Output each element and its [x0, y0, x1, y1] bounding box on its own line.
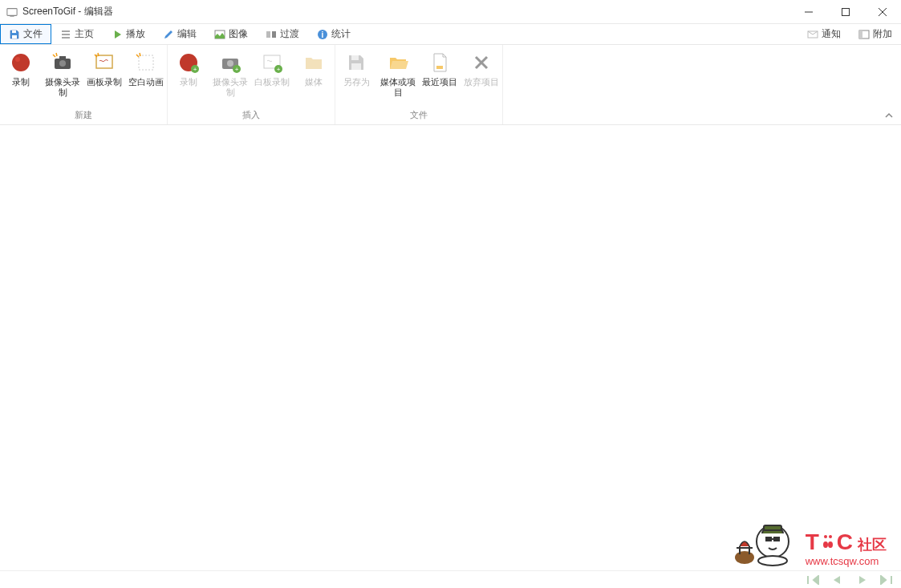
- tab-home[interactable]: 主页: [51, 24, 103, 44]
- button-label: 媒体或项目: [379, 77, 417, 98]
- tab-image[interactable]: 图像: [205, 24, 257, 44]
- blank-animation-button[interactable]: 空白动画: [125, 45, 167, 107]
- ribbon-group-file: 另存为 媒体或项目 最近项目 放弃项目 文件: [335, 45, 503, 124]
- panel-icon: [858, 29, 870, 40]
- tab-edit[interactable]: 编辑: [154, 24, 205, 44]
- whiteboard-add-icon: +: [259, 50, 285, 75]
- recent-project-button[interactable]: 最近项目: [419, 45, 461, 107]
- info-icon: i: [317, 29, 328, 40]
- svg-rect-7: [12, 35, 17, 39]
- button-label: 录制: [12, 77, 30, 87]
- window-title: ScreenToGif - 编辑器: [22, 5, 113, 18]
- tab-play[interactable]: 播放: [103, 24, 154, 44]
- svg-rect-3: [842, 8, 850, 15]
- document-icon: [427, 50, 453, 75]
- insert-record-button[interactable]: + 录制: [168, 45, 209, 107]
- image-icon: [214, 29, 225, 40]
- folder-icon: [301, 50, 327, 75]
- svg-rect-0: [7, 8, 17, 15]
- window-controls: [790, 0, 901, 24]
- tab-label: 主页: [75, 27, 94, 41]
- media-project-button[interactable]: 媒体或项目: [377, 45, 419, 107]
- minimize-button[interactable]: [790, 0, 827, 24]
- ribbon-collapse-button[interactable]: [883, 110, 895, 121]
- insert-media-button[interactable]: 媒体: [293, 45, 335, 107]
- nav-prev-button[interactable]: [830, 575, 845, 585]
- button-label: 最近项目: [422, 77, 457, 87]
- svg-rect-22: [59, 56, 66, 59]
- svg-text:+: +: [235, 66, 239, 73]
- tab-attach[interactable]: 附加: [850, 24, 901, 44]
- camera-icon: [50, 50, 75, 75]
- close-button[interactable]: [864, 0, 901, 24]
- tab-label: 统计: [331, 27, 351, 41]
- svg-point-30: [227, 60, 233, 67]
- transition-icon: [266, 29, 277, 40]
- insert-whiteboard-button[interactable]: + 白板录制: [251, 45, 293, 107]
- svg-rect-38: [436, 66, 443, 69]
- svg-rect-6: [12, 30, 16, 33]
- ribbon-group-insert: + 录制 + 摄像头录制 + 白板录制 媒体 插入: [168, 45, 335, 124]
- button-label: 摄像头录制: [211, 77, 250, 98]
- statusbar: [0, 570, 901, 588]
- svg-text:+: +: [193, 66, 197, 73]
- app-icon: [6, 6, 18, 18]
- webcam-record-button[interactable]: 摄像头录制: [42, 45, 83, 107]
- tab-label: 附加: [873, 27, 892, 41]
- svg-text:+: +: [277, 66, 281, 73]
- button-label: 放弃项目: [464, 77, 499, 87]
- tab-file[interactable]: 文件: [0, 24, 51, 44]
- button-label: 另存为: [343, 77, 370, 87]
- tab-label: 通知: [822, 27, 841, 41]
- titlebar: ScreenToGif - 编辑器: [0, 0, 901, 24]
- tab-stats[interactable]: i 统计: [308, 24, 359, 44]
- button-label: 摄像头录制: [43, 77, 82, 98]
- tab-label: 过渡: [280, 27, 299, 41]
- workspace: [0, 125, 901, 570]
- discard-project-button[interactable]: 放弃项目: [461, 45, 502, 107]
- button-label: 空白动画: [128, 77, 164, 87]
- svg-rect-25: [139, 55, 153, 70]
- mail-icon: [807, 29, 818, 40]
- insert-webcam-button[interactable]: + 摄像头录制: [209, 45, 251, 107]
- tabbar: 文件 主页 播放 编辑 图像 过渡 i 统计 通知: [0, 24, 901, 45]
- svg-rect-12: [266, 31, 270, 38]
- svg-rect-1: [10, 15, 14, 16]
- record-icon: +: [176, 50, 201, 75]
- nav-last-button[interactable]: [879, 575, 893, 585]
- camera-add-icon: +: [217, 50, 243, 75]
- group-label: 插入: [168, 107, 335, 124]
- group-label: 文件: [335, 107, 502, 124]
- button-label: 画板录制: [87, 77, 122, 87]
- svg-text:i: i: [322, 30, 324, 39]
- group-label: 新建: [0, 107, 167, 124]
- nav-first-button[interactable]: [806, 575, 821, 585]
- list-icon: [60, 29, 71, 40]
- button-label: 录制: [180, 77, 197, 87]
- tab-notify[interactable]: 通知: [798, 24, 850, 44]
- nav-next-button[interactable]: [854, 575, 869, 585]
- tab-label: 图像: [229, 27, 248, 41]
- svg-rect-24: [96, 55, 112, 68]
- save-icon: [343, 50, 369, 75]
- maximize-button[interactable]: [827, 0, 864, 24]
- tab-transition[interactable]: 过渡: [257, 24, 308, 44]
- svg-rect-36: [351, 55, 359, 60]
- blank-icon: [133, 50, 159, 75]
- record-button[interactable]: 录制: [0, 45, 42, 107]
- ribbon-group-new: 录制 摄像头录制 画板录制 空白动画 新建: [0, 45, 168, 124]
- svg-point-23: [59, 60, 66, 67]
- button-label: 媒体: [305, 77, 323, 87]
- tab-label: 文件: [23, 27, 43, 41]
- saveas-button[interactable]: 另存为: [335, 45, 377, 107]
- svg-point-20: [15, 57, 20, 62]
- svg-point-19: [12, 54, 30, 71]
- button-label: 白板录制: [254, 77, 290, 87]
- svg-rect-18: [859, 30, 862, 39]
- close-x-icon: [469, 50, 494, 75]
- record-icon: [8, 50, 34, 75]
- play-icon: [112, 29, 123, 40]
- tab-label: 播放: [126, 27, 145, 41]
- save-icon: [9, 29, 20, 40]
- board-record-button[interactable]: 画板录制: [83, 45, 125, 107]
